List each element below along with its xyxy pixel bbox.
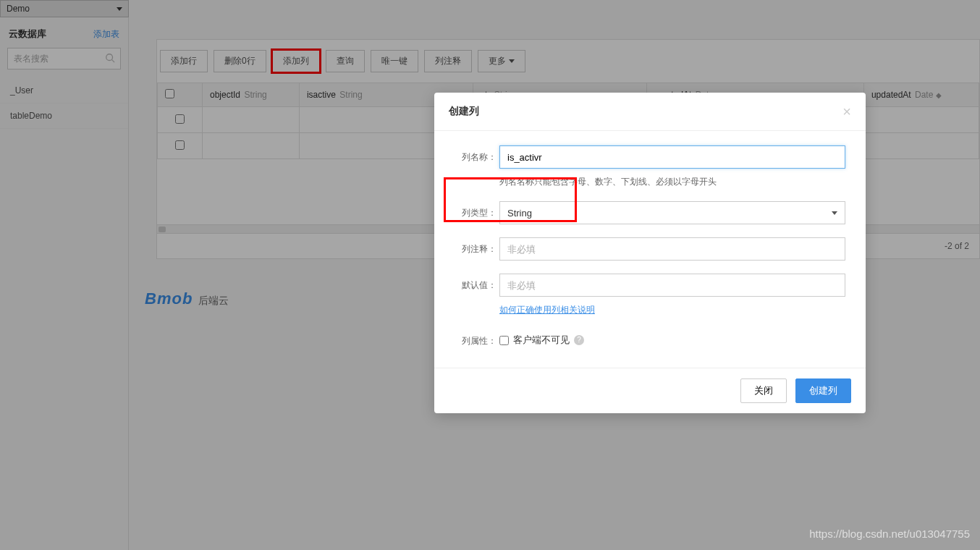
modal-confirm-button[interactable]: 创建列 <box>795 378 851 403</box>
modal-footer: 关闭 创建列 <box>434 368 866 413</box>
column-default-label: 默认值： <box>449 274 497 292</box>
close-icon[interactable]: × <box>842 104 851 119</box>
column-help-link[interactable]: 如何正确使用列相关说明 <box>499 305 595 315</box>
column-comment-label: 列注释： <box>449 237 497 255</box>
create-column-modal: 创建列 × 列名称： 列名名称只能包含字母、数字、下划线、必须以字母开头 列类型… <box>434 93 866 413</box>
column-type-value: String <box>507 208 532 219</box>
column-name-hint: 列名名称只能包含字母、数字、下划线、必须以字母开头 <box>499 176 845 188</box>
modal-header: 创建列 × <box>434 93 866 131</box>
column-comment-input[interactable] <box>499 237 845 261</box>
column-name-label: 列名称： <box>449 145 497 164</box>
help-icon[interactable]: ? <box>574 335 584 345</box>
column-attr-label: 列属性： <box>449 329 497 347</box>
modal-close-button[interactable]: 关闭 <box>740 378 787 403</box>
caret-down-icon <box>832 211 837 215</box>
watermark-text: https://blog.csdn.net/u013047755 <box>809 528 970 540</box>
modal-body: 列名称： 列名名称只能包含字母、数字、下划线、必须以字母开头 列类型： Stri… <box>434 131 866 368</box>
hidden-to-client-checkbox[interactable] <box>499 336 509 345</box>
column-type-label: 列类型： <box>449 201 497 219</box>
column-name-input[interactable] <box>499 145 845 169</box>
modal-title: 创建列 <box>449 105 479 118</box>
column-default-input[interactable] <box>499 274 845 297</box>
column-type-select[interactable]: String <box>499 201 845 224</box>
hidden-to-client-label: 客户端不可见 <box>513 334 570 347</box>
